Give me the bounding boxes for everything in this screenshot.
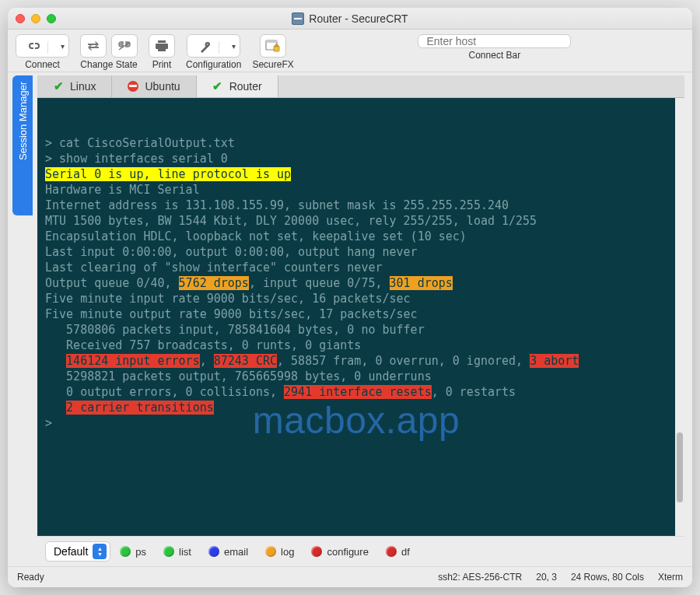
toolbar-label-connectbar: Connect Bar: [469, 50, 521, 61]
window-title-text: Router - SecureCRT: [309, 12, 408, 25]
toolbar-group-connect: ▾ Connect: [16, 34, 69, 70]
close-window-button[interactable]: [16, 14, 25, 23]
status-cursor: 20, 3: [536, 572, 557, 583]
configuration-button[interactable]: ▾: [187, 34, 240, 58]
keyword-select[interactable]: Default ▲▼: [45, 541, 110, 562]
status-dot-icon: [163, 546, 174, 557]
connect-button[interactable]: ▾: [16, 34, 69, 58]
minimize-window-button[interactable]: [31, 14, 40, 23]
terminal[interactable]: > cat CiscoSerialOutput.txt> show interf…: [37, 98, 675, 536]
tab-ubuntu[interactable]: Ubuntu: [112, 75, 196, 97]
terminal-text: 146124 input errors: [66, 354, 200, 368]
tab-label: Ubuntu: [145, 80, 180, 93]
command-button-email[interactable]: email: [208, 546, 248, 558]
toolbar-label-change-state: Change State: [80, 59, 137, 70]
terminal-text: 87243 CRC: [214, 354, 277, 368]
disconnect-button[interactable]: [111, 34, 138, 58]
command-button-ps[interactable]: ps: [120, 546, 146, 558]
terminal-line: > show interfaces serial 0: [45, 151, 667, 166]
window-title: Router - SecureCRT: [8, 12, 692, 25]
body: Session Manager ✔LinuxUbuntu✔Router > ca…: [8, 72, 692, 566]
enter-host-input[interactable]: [418, 34, 571, 48]
tab-router[interactable]: ✔Router: [197, 75, 278, 97]
terminal-text: 0 output errors, 0 collisions,: [45, 385, 284, 399]
terminal-text: Encapsulation HDLC, loopback not set, ke…: [45, 229, 467, 243]
terminal-text: , 0 restarts: [432, 385, 516, 399]
terminal-line: 2 carrier transitions: [45, 400, 667, 415]
toolbar-group-configuration: ▾ Configuration: [186, 34, 241, 70]
window-controls: [16, 14, 56, 23]
terminal-text: 5780806 packets input, 785841604 bytes, …: [45, 323, 425, 337]
status-dot-icon: [311, 546, 322, 557]
terminal-line: MTU 1500 bytes, BW 1544 Kbit, DLY 20000 …: [45, 213, 667, 229]
no-entry-icon: [128, 81, 138, 92]
status-size: 24 Rows, 80 Cols: [571, 572, 644, 583]
command-button-label: list: [179, 546, 191, 558]
command-button-df[interactable]: df: [386, 546, 410, 558]
button-bar: Default ▲▼ pslistemaillogconfiguredf: [37, 536, 684, 566]
command-buttons: pslistemaillogconfiguredf: [120, 546, 409, 558]
check-icon: ✔: [212, 81, 223, 92]
terminal-text: Serial 0 is up, line protocol is up: [45, 167, 291, 181]
main-area: ✔LinuxUbuntu✔Router > cat CiscoSerialOut…: [37, 75, 684, 566]
terminal-text: > cat CiscoSerialOutput.txt: [45, 136, 235, 150]
status-dot-icon: [208, 546, 219, 557]
toolbar-group-change-state: Change State: [80, 34, 138, 70]
tab-label: Linux: [70, 80, 96, 93]
status-protocol: ssh2: AES-256-CTR: [438, 572, 522, 583]
chevron-down-icon: ▾: [56, 42, 68, 51]
zoom-window-button[interactable]: [47, 14, 56, 23]
status-dot-icon: [265, 546, 276, 557]
titlebar: Router - SecureCRT: [8, 8, 692, 30]
chevron-down-icon: ▾: [227, 42, 240, 51]
terminal-scrollbar[interactable]: [675, 98, 684, 536]
command-button-configure[interactable]: configure: [311, 546, 368, 558]
securefx-icon: [265, 39, 281, 53]
terminal-line: Encapsulation HDLC, loopback not set, ke…: [45, 229, 667, 244]
stepper-icon: ▲▼: [93, 544, 107, 559]
scrollbar-thumb[interactable]: [677, 432, 683, 502]
terminal-container: > cat CiscoSerialOutput.txt> show interf…: [37, 98, 684, 536]
tab-linux[interactable]: ✔Linux: [37, 75, 112, 97]
toolbar-group-securefx: SecureFX: [252, 34, 293, 70]
reconnect-button[interactable]: [80, 34, 107, 58]
terminal-line: 146124 input errors, 87243 CRC, 58857 fr…: [45, 353, 667, 369]
terminal-line: 5298821 packets output, 765665998 bytes,…: [45, 369, 667, 384]
terminal-text: Last input 0:00:00, output 0:00:00, outp…: [45, 245, 418, 259]
session-manager-tab[interactable]: Session Manager: [12, 75, 33, 215]
terminal-text: [45, 354, 66, 368]
keyword-select-value: Default: [54, 545, 88, 558]
toolbar-label-securefx: SecureFX: [252, 59, 293, 70]
status-dot-icon: [386, 546, 397, 557]
status-dot-icon: [120, 546, 131, 557]
link-icon: [21, 41, 48, 54]
toolbar-group-connectbar: Connect Bar: [305, 34, 684, 61]
terminal-text: 301 drops: [390, 276, 453, 290]
terminal-line: 5780806 packets input, 785841604 bytes, …: [45, 322, 667, 338]
terminal-text: Five minute input rate 9000 bits/sec, 16…: [45, 292, 411, 306]
command-button-list[interactable]: list: [163, 546, 191, 558]
tab-label: Router: [229, 80, 262, 93]
securefx-button[interactable]: [260, 34, 286, 58]
terminal-line: 0 output errors, 0 collisions, 2941 inte…: [45, 384, 667, 400]
status-term: Xterm: [658, 572, 683, 583]
print-button[interactable]: [149, 34, 175, 58]
toolbar-group-print: Print: [149, 34, 175, 70]
command-button-label: df: [401, 546, 410, 558]
terminal-text: Output queue 0/40,: [45, 276, 179, 290]
terminal-line: Last input 0:00:00, output 0:00:00, outp…: [45, 244, 667, 260]
terminal-text: Five minute output rate 9000 bits/sec, 1…: [45, 307, 418, 321]
command-button-label: configure: [327, 546, 368, 558]
command-button-label: ps: [135, 546, 146, 558]
unlink-icon: [117, 40, 131, 52]
app-icon: [292, 12, 304, 25]
command-button-label: email: [224, 546, 248, 558]
svg-rect-1: [266, 40, 277, 43]
command-button-log[interactable]: log: [265, 546, 294, 558]
toolbar: ▾ Connect Change State Print: [8, 30, 692, 72]
session-tabs: ✔LinuxUbuntu✔Router: [37, 75, 684, 98]
tools-icon: [192, 41, 219, 54]
terminal-line: Output queue 0/40, 5762 drops, input que…: [45, 275, 667, 291]
terminal-line: > cat CiscoSerialOutput.txt: [45, 135, 667, 151]
printer-icon: [155, 40, 169, 52]
